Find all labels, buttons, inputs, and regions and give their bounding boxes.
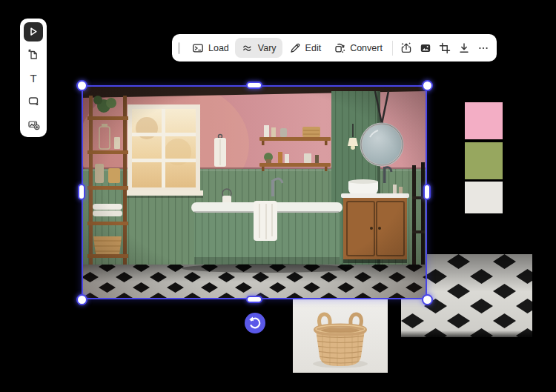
toolbar-drag-handle[interactable] bbox=[178, 42, 180, 54]
context-toolbar: Load Vary Edit bbox=[172, 34, 497, 62]
vary-label: Vary bbox=[258, 43, 277, 53]
crop-button[interactable] bbox=[435, 38, 454, 59]
document-import-icon bbox=[27, 48, 40, 62]
add-media-tool-button[interactable] bbox=[24, 114, 43, 133]
selection-handle-left[interactable] bbox=[78, 184, 85, 200]
add-image-icon bbox=[27, 117, 40, 130]
vary-button[interactable]: Vary bbox=[235, 38, 282, 58]
bathroom-scene bbox=[82, 85, 427, 299]
selection-handle-bottom-right[interactable] bbox=[422, 294, 433, 305]
more-icon bbox=[477, 41, 490, 55]
generative-upload-icon bbox=[400, 41, 413, 55]
selection-handle-top-left[interactable] bbox=[76, 80, 87, 91]
selection-handle-top-right[interactable] bbox=[422, 80, 433, 91]
color-swatch-white[interactable] bbox=[465, 182, 503, 213]
download-icon bbox=[457, 41, 471, 55]
selection-handle-bottom-left[interactable] bbox=[76, 294, 87, 305]
terminal-icon bbox=[191, 41, 205, 55]
shape-tool-button[interactable] bbox=[24, 91, 43, 110]
convert-icon bbox=[333, 41, 346, 55]
more-button[interactable] bbox=[474, 38, 493, 59]
editor-canvas: Load Vary Edit bbox=[0, 0, 556, 392]
undo-icon bbox=[245, 313, 265, 333]
selection-handle-bottom[interactable] bbox=[246, 296, 262, 303]
toolbar-divider bbox=[392, 41, 393, 56]
crop-icon bbox=[438, 41, 451, 55]
tools-sidebar: T bbox=[20, 19, 47, 137]
text-tool-button[interactable]: T bbox=[24, 68, 43, 87]
bathroom-image[interactable] bbox=[82, 85, 427, 299]
generative-upload-button[interactable] bbox=[397, 38, 416, 59]
convert-button[interactable]: Convert bbox=[327, 38, 388, 58]
color-swatch-green[interactable] bbox=[465, 142, 503, 179]
select-tool-button[interactable] bbox=[24, 22, 43, 41]
image-button[interactable] bbox=[416, 38, 435, 59]
cursor-icon bbox=[27, 25, 40, 39]
import-document-tool-button[interactable] bbox=[24, 45, 43, 64]
pencil-icon bbox=[288, 41, 302, 55]
edit-label: Edit bbox=[305, 43, 322, 53]
convert-label: Convert bbox=[350, 43, 383, 53]
shape-icon bbox=[27, 94, 40, 107]
text-icon: T bbox=[30, 73, 36, 84]
download-button[interactable] bbox=[454, 38, 474, 59]
selection-handle-top[interactable] bbox=[246, 82, 262, 89]
selection-handle-right[interactable] bbox=[423, 184, 431, 200]
image-icon bbox=[419, 41, 432, 55]
load-label: Load bbox=[208, 43, 229, 53]
wicker-basket-image[interactable] bbox=[293, 299, 388, 373]
edit-button[interactable]: Edit bbox=[282, 38, 328, 58]
basket-illustration bbox=[313, 314, 368, 368]
vary-icon bbox=[241, 41, 254, 55]
load-button[interactable]: Load bbox=[185, 38, 235, 58]
color-swatch-pink[interactable] bbox=[465, 102, 503, 139]
undo-button[interactable] bbox=[245, 313, 265, 333]
